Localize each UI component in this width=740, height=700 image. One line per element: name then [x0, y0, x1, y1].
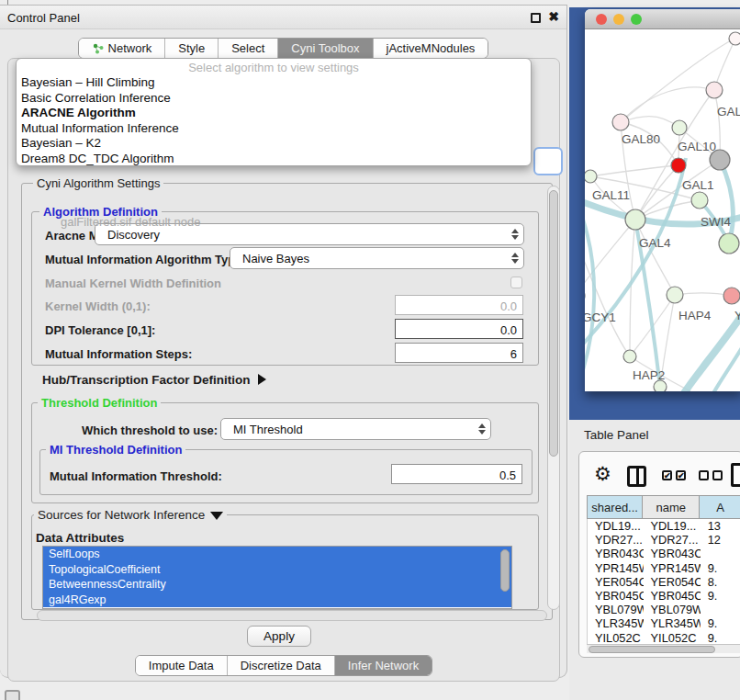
algorithm-option[interactable]: Bayesian – K2: [17, 135, 531, 151]
table-row[interactable]: YPR145WYPR145W9.: [588, 561, 740, 575]
network-edge-highlighted: [585, 204, 594, 391]
column-header-name[interactable]: name: [643, 496, 700, 518]
table-cell: YIL052C: [644, 631, 701, 645]
network-node[interactable]: [723, 288, 740, 304]
table-cell: YPR145W: [644, 561, 701, 575]
tab-impute-data[interactable]: Impute Data: [136, 656, 228, 675]
network-canvas[interactable]: GAL7GAL80GAL10GAL11GAL1SWI4GAL4GCY1HAP4Y…: [585, 29, 740, 391]
table-row[interactable]: YLR345WYLR345W9.: [588, 616, 740, 630]
mi-steps-field[interactable]: [395, 343, 523, 363]
column-header-shared[interactable]: shared...: [588, 496, 643, 518]
attribute-list-item[interactable]: SelfLoops: [43, 547, 511, 562]
focused-combo-fragment[interactable]: [533, 147, 563, 175]
sources-title: Sources for Network Inference: [38, 508, 205, 522]
bottom-tabbar: Impute DataDiscretize DataInfer Network: [8, 655, 559, 676]
algorithm-option[interactable]: Dream8 DC_TDC Algorithm: [17, 151, 531, 166]
attribute-list-item[interactable]: BetweennessCentrality: [43, 577, 511, 593]
table-header[interactable]: shared...nameA: [587, 495, 740, 519]
table-horizontal-scrollbar[interactable]: [587, 644, 740, 653]
network-node[interactable]: [671, 158, 686, 173]
table-cell: YIL052C: [588, 631, 644, 645]
network-node-label: HAP4: [678, 309, 712, 322]
mi-type-value: Naive Bayes: [230, 252, 507, 265]
checked-pair-icon[interactable]: ✔✔: [662, 470, 686, 480]
apply-button[interactable]: Apply: [247, 626, 311, 647]
network-node[interactable]: [612, 114, 629, 130]
network-window-titlebar[interactable]: [585, 9, 740, 29]
network-node[interactable]: [706, 82, 723, 98]
table-row[interactable]: YIL052CYIL052C9.: [588, 631, 740, 645]
table-cell: YDL19...: [588, 519, 644, 533]
tab-style[interactable]: Style: [165, 39, 219, 58]
mi-type-combo[interactable]: Naive Bayes: [230, 247, 524, 269]
network-view-window[interactable]: GAL7GAL80GAL10GAL11GAL1SWI4GAL4GCY1HAP4Y…: [585, 9, 740, 391]
table-cell: 9.: [701, 561, 740, 575]
network-graph[interactable]: GAL7GAL80GAL10GAL11GAL1SWI4GAL4GCY1HAP4Y…: [585, 29, 740, 391]
network-node-label: GCY1: [585, 310, 616, 324]
restore-icon[interactable]: [531, 13, 541, 23]
tab-cyni-toolbox[interactable]: Cyni Toolbox: [278, 39, 373, 58]
close-icon[interactable]: ✖: [548, 9, 559, 24]
file-icon[interactable]: [731, 463, 740, 487]
settings-horizontal-scrollbar[interactable]: [37, 610, 547, 621]
which-threshold-combo[interactable]: MI Threshold: [220, 418, 491, 440]
table-row[interactable]: YER054CYER054C8.: [588, 575, 740, 589]
zoom-traffic-light-icon[interactable]: [631, 14, 642, 25]
algorithm-option[interactable]: ARACNE Algorithm: [17, 105, 531, 120]
list-scrollbar[interactable]: [500, 549, 510, 592]
close-traffic-light-icon[interactable]: [596, 14, 607, 25]
network-node[interactable]: [585, 170, 597, 183]
minimized-panel-icon[interactable]: [5, 690, 20, 700]
network-node[interactable]: [625, 209, 645, 230]
hub-definition-toggle[interactable]: Hub/Transcription Factor Definition: [42, 373, 266, 387]
tab-discretize-data[interactable]: Discretize Data: [228, 656, 335, 675]
table-row[interactable]: YDR27...YDR27...12: [588, 533, 740, 547]
split-columns-icon[interactable]: [627, 466, 646, 487]
network-icon: [92, 42, 104, 54]
table-row[interactable]: YDL19...YDL19...13: [588, 519, 740, 533]
algorithm-option[interactable]: Bayesian – Hill Climbing: [17, 74, 531, 90]
data-attributes-list[interactable]: SelfLoopsTopologicalCoefficientBetweenne…: [42, 546, 512, 609]
tab-infer-network[interactable]: Infer Network: [335, 656, 432, 675]
tab-select[interactable]: Select: [219, 39, 278, 58]
manual-kernel-checkbox[interactable]: [510, 277, 522, 288]
network-node[interactable]: [729, 32, 740, 45]
network-node[interactable]: [719, 233, 739, 254]
network-node[interactable]: [691, 192, 708, 209]
table-cell: 9.: [701, 631, 740, 645]
network-node[interactable]: [623, 350, 636, 363]
network-node[interactable]: [667, 287, 683, 303]
network-node[interactable]: [654, 380, 667, 391]
scrollbar-thumb[interactable]: [549, 190, 558, 457]
table-body[interactable]: YDL19...YDL19...13YDR27...YDR27...12YBR0…: [587, 519, 740, 645]
table-cell: YER054C: [644, 575, 701, 589]
dpi-tolerance-field[interactable]: [395, 319, 523, 339]
minimize-traffic-light-icon[interactable]: [613, 14, 624, 25]
attribute-list-item[interactable]: gal4RGexp: [43, 593, 511, 608]
control-panel-titlebar[interactable]: Control Panel ✖: [0, 6, 566, 29]
tab-jactivemnodules[interactable]: jActiveMNodules: [374, 39, 488, 58]
network-node[interactable]: [710, 150, 730, 170]
table-cell: YDL19...: [644, 519, 701, 533]
column-header-A[interactable]: A: [700, 496, 740, 518]
network-node[interactable]: [672, 120, 687, 135]
mi-threshold-field[interactable]: [391, 464, 522, 484]
network-node-label: Y: [734, 309, 740, 322]
attribute-list-item[interactable]: TopologicalCoefficient: [43, 562, 511, 578]
table-cell: 8.: [701, 575, 740, 589]
unchecked-pair-icon[interactable]: [699, 470, 723, 480]
scrollbar-thumb[interactable]: [589, 646, 715, 653]
which-threshold-value: MI Threshold: [221, 423, 474, 436]
settings-vertical-scrollbar[interactable]: [547, 186, 560, 610]
algorithm-option[interactable]: Mutual Information Inference: [17, 120, 531, 136]
table-row[interactable]: YBR043CYBR043C: [588, 547, 740, 560]
kernel-width-field[interactable]: [395, 295, 523, 315]
algorithm-option[interactable]: Basic Correlation Inference: [17, 90, 531, 106]
gear-icon[interactable]: ⚙: [594, 463, 611, 485]
mi-threshold-label: Mutual Information Threshold:: [50, 469, 222, 483]
combo-arrows-icon: [507, 253, 523, 264]
table-row[interactable]: YBL079WYBL079W: [588, 603, 740, 616]
sources-toggle[interactable]: Sources for Network Inference: [34, 508, 227, 522]
table-row[interactable]: YBR045CYBR045C9.: [588, 589, 740, 603]
tab-network[interactable]: Network: [79, 39, 166, 58]
